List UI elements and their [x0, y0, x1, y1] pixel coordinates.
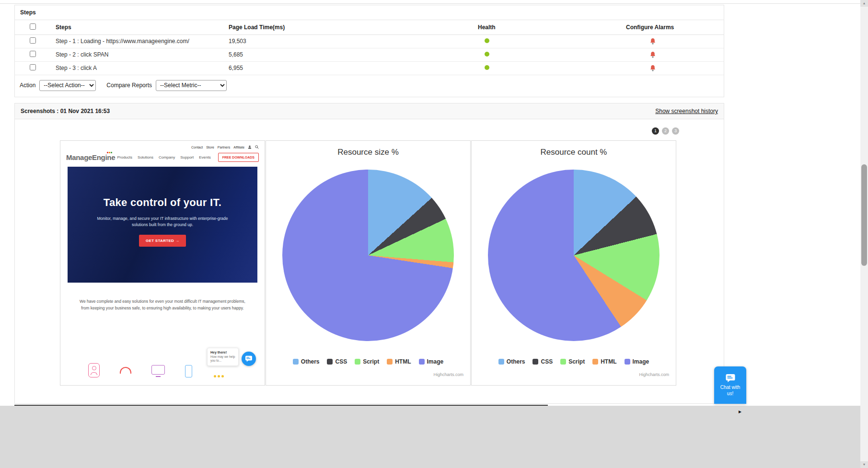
legend-item-script[interactable]: Script	[560, 358, 585, 365]
me-nav-products: Products	[117, 155, 132, 160]
table-header-row: Steps Page Load Time(ms) Health Configur…	[15, 20, 724, 34]
page: Steps Steps Page Load Time(ms) Health Co…	[0, 0, 868, 468]
legend-swatch	[625, 359, 630, 365]
arrow-right-icon: →	[175, 239, 179, 243]
legend-label: CSS	[541, 358, 553, 365]
configure-alarm-icon[interactable]	[650, 51, 656, 58]
monitor-icon	[151, 365, 165, 375]
chart-title: Resource count %	[472, 148, 676, 157]
legend-swatch	[387, 359, 393, 365]
chart-legend: OthersCSSScriptHTMLImage	[472, 358, 676, 365]
legend-item-image[interactable]: Image	[625, 358, 649, 365]
resource-size-pie[interactable]	[282, 170, 454, 341]
mobile-icon	[185, 365, 192, 377]
table-row[interactable]: Step - 3 : click A 6,955	[15, 61, 724, 75]
legend-label: Others	[301, 358, 320, 365]
scrollbar-thumb[interactable]	[861, 164, 867, 266]
row-checkbox[interactable]	[30, 64, 36, 70]
row-checkbox[interactable]	[30, 37, 36, 44]
legend-item-html[interactable]: HTML	[387, 358, 411, 365]
chart-title: Resource size %	[266, 148, 470, 157]
health-status-dot	[485, 65, 489, 70]
pagination-page-3[interactable]: 3	[672, 127, 679, 135]
hero-subtitle: Monitor, manage, and secure your IT infr…	[91, 216, 234, 228]
steps-section: Steps Steps Page Load Time(ms) Health Co…	[14, 5, 724, 97]
pagination-page-2[interactable]: 2	[662, 127, 669, 135]
vertical-scrollbar[interactable]: ▲ ▼	[860, 0, 868, 468]
person-card-icon	[88, 363, 100, 377]
table-row[interactable]: Step - 2 : click SPAN 5,685	[15, 48, 724, 61]
chat-widget-label: Chat with us!	[718, 385, 743, 397]
table-row[interactable]: Step - 1 : Loading - https://www.managee…	[15, 34, 724, 48]
legend-swatch	[592, 359, 598, 365]
select-all-checkbox[interactable]	[30, 23, 36, 30]
legend-item-css[interactable]: CSS	[327, 358, 347, 365]
expand-arrow-icon[interactable]: ▸	[739, 408, 741, 415]
column-header-health: Health	[478, 20, 626, 34]
legend-label: Image	[427, 358, 444, 365]
me-link-partners: Partners	[218, 146, 230, 149]
screenshot-description-text: We have complete and easy solutions for …	[76, 298, 249, 312]
free-downloads-button: FREE DOWNLOADS	[218, 153, 259, 162]
resource-count-chart: Resource count % OthersCSSScriptHTMLImag…	[471, 140, 676, 386]
logo-accent-dots	[107, 152, 112, 153]
legend-item-html[interactable]: HTML	[592, 358, 616, 365]
legend-label: HTML	[601, 358, 616, 365]
me-nav-events: Events	[199, 155, 210, 160]
legend-item-image[interactable]: Image	[419, 358, 444, 365]
resource-size-chart: Resource size % OthersCSSScriptHTMLImage…	[266, 140, 471, 386]
chat-popup-title: Hey there!	[210, 351, 235, 354]
headset-icon	[120, 367, 131, 374]
me-nav-solutions: Solutions	[138, 155, 153, 160]
screenshots-section: Screenshots : 01 Nov 2021 16:53 Show scr…	[14, 103, 724, 404]
search-icon	[255, 145, 259, 149]
configure-alarm-icon[interactable]	[650, 65, 656, 71]
show-screenshot-history-link[interactable]: Show screenshot history	[655, 108, 718, 114]
legend-label: Script	[363, 358, 379, 365]
chat-with-us-button[interactable]: Chat with us!	[714, 366, 746, 404]
action-label: Action	[20, 82, 35, 89]
me-link-contact: Contact	[191, 146, 203, 149]
screenshots-body: 1 2 3 Contact Store Partners Affiliate	[15, 119, 724, 404]
legend-item-script[interactable]: Script	[355, 358, 379, 365]
step-load-time: 5,685	[229, 48, 478, 61]
row-checkbox[interactable]	[30, 51, 36, 57]
get-started-button: GET STARTED →	[139, 235, 186, 247]
legend-swatch	[532, 359, 538, 365]
action-select[interactable]: --Select Action--	[39, 80, 96, 91]
legend-item-others[interactable]: Others	[293, 358, 320, 365]
screenshot-footer-icons	[88, 363, 192, 377]
chat-icon	[725, 374, 736, 383]
health-status-dot	[485, 38, 489, 43]
highcharts-credit-link[interactable]: Highcharts.com	[433, 372, 463, 377]
screenshots-title: Screenshots : 01 Nov 2021 16:53	[21, 108, 110, 114]
legend-item-others[interactable]: Others	[498, 358, 525, 365]
legend-swatch	[560, 359, 566, 365]
page-background	[0, 406, 860, 468]
person-icon	[248, 145, 252, 149]
legend-label: Script	[568, 358, 585, 365]
legend-swatch	[419, 359, 425, 365]
pagination-page-1[interactable]: 1	[652, 127, 659, 135]
configure-alarm-icon[interactable]	[650, 38, 656, 45]
me-link-affiliate: Affiliate	[233, 146, 244, 149]
resource-count-pie[interactable]	[488, 170, 660, 341]
compare-metric-select[interactable]: --Select Metric--	[156, 80, 227, 91]
me-link-store: Store	[206, 146, 214, 149]
screenshot-navbar: ManageEngine Products Solutions Company …	[60, 149, 265, 167]
scroll-down-icon[interactable]: ▼	[860, 461, 868, 468]
screenshot-top-links: Contact Store Partners Affiliate	[60, 141, 265, 149]
chat-bubble-icon	[242, 352, 256, 366]
screenshot-hero-banner: Take control of your IT. Monitor, manage…	[68, 167, 257, 283]
health-status-dot	[485, 52, 489, 57]
scroll-up-icon[interactable]: ▲	[860, 0, 868, 7]
compare-reports-label: Compare Reports	[106, 82, 152, 89]
top-divider	[0, 3, 860, 4]
typing-dots-icon	[214, 375, 224, 377]
action-bar: Action --Select Action-- Compare Reports…	[15, 75, 724, 97]
highcharts-credit-link[interactable]: Highcharts.com	[639, 372, 669, 377]
legend-item-css[interactable]: CSS	[532, 358, 553, 365]
legend-label: CSS	[335, 358, 347, 365]
step-screenshot-image[interactable]: Contact Store Partners Affiliate ManageE…	[60, 140, 265, 386]
legend-label: Others	[507, 358, 525, 365]
